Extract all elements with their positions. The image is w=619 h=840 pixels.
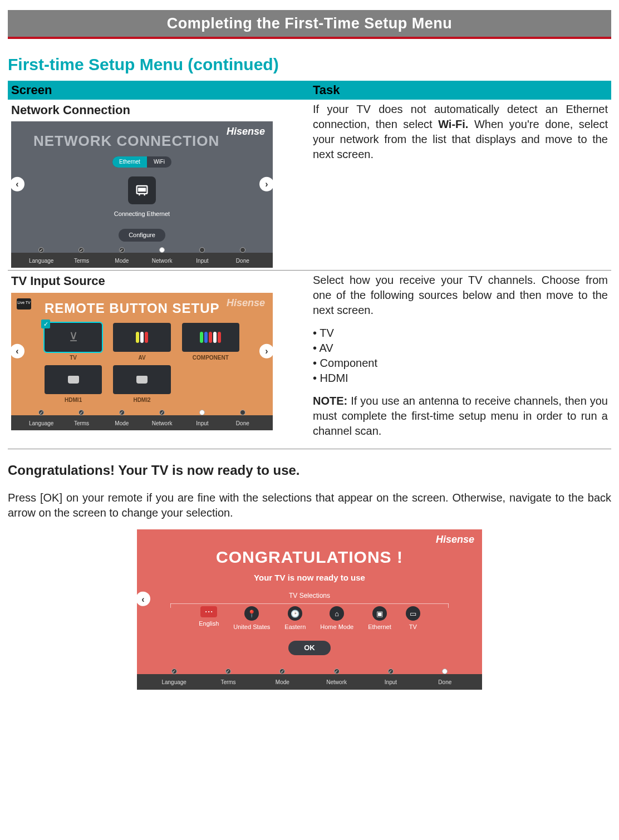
page-header: Completing the First-Time Setup Menu	[8, 10, 611, 37]
congrats-screen: Hisense CONGRATULATIONS ! Your TV is now…	[137, 529, 482, 690]
configure-button[interactable]: Configure	[119, 229, 165, 242]
step-mode: Mode	[115, 420, 129, 426]
brand-logo: Hisense	[227, 125, 265, 138]
sel-network: ▣Ethernet	[368, 606, 391, 631]
input-task-note: NOTE: If you use an antenna to receive c…	[313, 394, 608, 439]
col-screen: Screen	[8, 81, 310, 100]
live-tv-badge: Live TV	[17, 298, 31, 310]
net-toggle[interactable]: Ethernet WiFi	[112, 156, 171, 168]
ethernet-icon	[128, 176, 156, 204]
step-language: Language	[161, 679, 186, 685]
tile-av[interactable]: AV	[113, 323, 170, 362]
step-done: Done	[438, 679, 451, 685]
header-rule	[8, 37, 611, 39]
toggle-wifi[interactable]: WiFi	[147, 156, 171, 168]
step-input: Input	[196, 258, 208, 264]
antenna-icon: ⊻	[69, 329, 78, 346]
step-terms: Terms	[74, 420, 89, 426]
sel-timezone: 🕑Eastern	[284, 606, 306, 631]
tile-component[interactable]: COMPONENT	[182, 323, 239, 362]
selections-label: TV Selections	[159, 591, 460, 600]
flag-icon: • • •	[200, 606, 217, 617]
step-mode: Mode	[276, 679, 289, 685]
nav-prev-icon[interactable]: ‹	[136, 592, 150, 606]
progress-bar: Language Terms Mode Network Input Done	[11, 253, 273, 268]
pin-icon: 📍	[244, 606, 259, 621]
list-item: HDMI	[313, 371, 608, 386]
list-item: TV	[313, 326, 608, 341]
progress-bar: Language Terms Mode Network Input Done	[137, 674, 482, 690]
sel-country: 📍United States	[233, 606, 270, 631]
list-item: Component	[313, 356, 608, 371]
col-task: Task	[310, 81, 611, 100]
input-label: TV Input Source	[11, 273, 306, 289]
home-icon: ⌂	[330, 606, 344, 621]
congrats-subtitle: Your TV is now ready to use	[159, 572, 460, 583]
brand-logo: Hisense	[227, 296, 265, 310]
nav-prev-icon[interactable]: ‹	[10, 177, 24, 191]
tile-hdmi1[interactable]: HDMI1	[45, 365, 102, 404]
congrats-heading: Congratulations! Your TV is now ready to…	[8, 461, 611, 479]
connecting-text: Connecting Ethernet	[33, 210, 250, 218]
step-network: Network	[326, 679, 347, 685]
brand-logo: Hisense	[436, 533, 474, 546]
nav-prev-icon[interactable]: ‹	[10, 344, 24, 358]
sel-input: ▭TV	[406, 606, 420, 631]
row-input: TV Input Source Hisense Live TV REMOTE B…	[8, 271, 611, 449]
progress-bar: Language Terms Mode Network Input Done	[11, 415, 273, 431]
ethernet-icon: ▣	[372, 606, 387, 621]
input-screen-title: REMOTE BUTTON SETUP	[45, 299, 256, 317]
list-item: AV	[313, 341, 608, 356]
sel-english: • • •English	[199, 606, 219, 631]
network-task: If your TV does not automatically detect…	[313, 102, 608, 162]
section-title: First-time Setup Menu (continued)	[8, 53, 611, 76]
step-network: Network	[152, 258, 173, 264]
step-input: Input	[196, 420, 208, 426]
tile-hdmi2[interactable]: HDMI2	[113, 365, 170, 404]
step-language: Language	[29, 258, 54, 264]
row-network: Network Connection Hisense NETWORK CONNE…	[8, 100, 611, 271]
sel-mode: ⌂Home Mode	[320, 606, 353, 631]
step-network: Network	[152, 420, 173, 426]
hdmi-icon	[136, 376, 148, 384]
setup-table: Screen Task Network Connection Hisense N…	[8, 81, 611, 449]
input-task-list: TV AV Component HDMI	[313, 326, 608, 386]
nav-next-icon[interactable]: ›	[259, 344, 274, 358]
input-task-intro: Select how you receive your TV channels.…	[313, 273, 608, 318]
network-label: Network Connection	[11, 102, 306, 119]
step-input: Input	[385, 679, 397, 685]
congrats-title: CONGRATULATIONS !	[159, 546, 460, 569]
congrats-paragraph: Press [OK] on your remote if you are fin…	[8, 490, 611, 520]
nav-next-icon[interactable]: ›	[259, 177, 274, 191]
clock-icon: 🕑	[288, 606, 302, 621]
network-screen: Hisense NETWORK CONNECTION Ethernet WiFi…	[11, 121, 273, 268]
step-language: Language	[29, 420, 54, 426]
step-terms: Terms	[74, 258, 89, 264]
tile-tv[interactable]: ✓⊻ TV	[45, 323, 102, 362]
step-terms: Terms	[220, 679, 235, 685]
hdmi-icon	[68, 376, 79, 384]
selections-row: • • •English 📍United States 🕑Eastern ⌂Ho…	[170, 603, 449, 631]
tv-icon: ▭	[406, 606, 420, 621]
network-screen-title: NETWORK CONNECTION	[33, 131, 250, 151]
step-done: Done	[236, 258, 249, 264]
input-screen: Hisense Live TV REMOTE BUTTON SETUP ✓⊻ T…	[11, 293, 273, 431]
ok-button[interactable]: OK	[288, 641, 331, 655]
toggle-ethernet[interactable]: Ethernet	[112, 156, 147, 168]
step-done: Done	[236, 420, 249, 426]
step-mode: Mode	[115, 258, 129, 264]
